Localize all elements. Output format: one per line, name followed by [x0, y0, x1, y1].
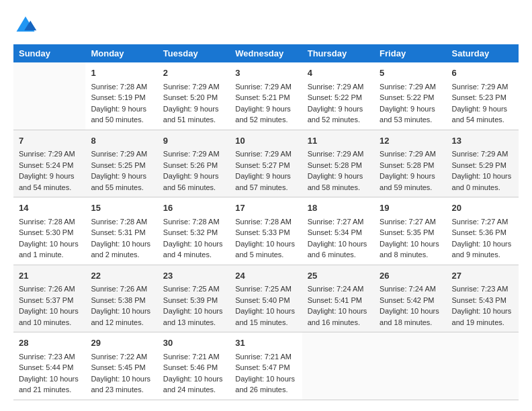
day-info-line: and 54 minutes.: [19, 182, 80, 193]
calendar-cell: 16Sunrise: 7:28 AMSunset: 5:32 PMDayligh…: [158, 197, 230, 265]
day-info-line: Sunrise: 7:29 AM: [308, 81, 369, 93]
day-number: 10: [235, 134, 296, 148]
column-header-wednesday: Wednesday: [230, 44, 302, 62]
day-number: 2: [163, 66, 224, 80]
day-info-line: and 52 minutes.: [308, 114, 369, 126]
day-info-line: Sunrise: 7:25 AM: [235, 283, 296, 295]
day-info-line: Sunset: 5:31 PM: [91, 227, 152, 238]
day-info-line: Daylight: 10 hours: [380, 238, 441, 250]
day-info-line: and 54 minutes.: [452, 114, 513, 126]
calendar-cell: 21Sunrise: 7:26 AMSunset: 5:37 PMDayligh…: [13, 265, 85, 332]
day-info-line: Sunset: 5:47 PM: [235, 362, 296, 373]
day-number: 18: [308, 201, 369, 215]
day-info-line: Sunset: 5:26 PM: [163, 160, 224, 171]
day-number: 30: [163, 336, 224, 350]
day-number: 14: [19, 201, 80, 215]
day-info-line: and 21 minutes.: [19, 384, 80, 396]
day-number: 8: [91, 134, 152, 148]
calendar-cell: 13Sunrise: 7:29 AMSunset: 5:29 PMDayligh…: [447, 130, 519, 197]
day-number: 16: [163, 201, 224, 215]
day-info-line: Sunset: 5:24 PM: [19, 160, 80, 171]
calendar-cell: 22Sunrise: 7:26 AMSunset: 5:38 PMDayligh…: [85, 265, 157, 332]
day-number: 3: [235, 66, 296, 80]
calendar-cell: 25Sunrise: 7:24 AMSunset: 5:41 PMDayligh…: [302, 265, 374, 332]
day-info-line: and 19 minutes.: [452, 317, 513, 328]
day-info-line: Daylight: 10 hours: [91, 373, 152, 385]
day-info-line: Daylight: 10 hours: [380, 306, 441, 317]
calendar-cell: 4Sunrise: 7:29 AMSunset: 5:22 PMDaylight…: [302, 62, 374, 130]
day-number: 31: [235, 336, 296, 350]
day-number: 22: [91, 269, 152, 283]
day-info-line: and 5 minutes.: [235, 249, 296, 261]
day-info-line: Sunrise: 7:23 AM: [19, 351, 80, 363]
day-info-line: Daylight: 9 hours: [19, 171, 80, 182]
day-info-line: and 59 minutes.: [380, 182, 441, 193]
day-number: 23: [163, 269, 224, 283]
logo: [13, 13, 40, 38]
calendar-header-row: SundayMondayTuesdayWednesdayThursdayFrid…: [13, 44, 519, 62]
day-info-line: Sunrise: 7:28 AM: [91, 216, 152, 228]
day-info-line: Sunset: 5:33 PM: [235, 227, 296, 238]
day-info-line: Sunset: 5:23 PM: [452, 92, 513, 103]
calendar-week-4: 21Sunrise: 7:26 AMSunset: 5:37 PMDayligh…: [13, 265, 519, 332]
day-info-line: Sunset: 5:37 PM: [19, 295, 80, 306]
day-info-line: Daylight: 10 hours: [452, 306, 513, 317]
day-info-line: and 56 minutes.: [163, 182, 224, 193]
day-info-line: Daylight: 10 hours: [91, 306, 152, 317]
calendar-cell: 2Sunrise: 7:29 AMSunset: 5:20 PMDaylight…: [158, 62, 230, 130]
day-info-line: Sunset: 5:28 PM: [380, 160, 441, 171]
day-info-line: and 58 minutes.: [308, 182, 369, 193]
calendar-cell: [13, 62, 85, 130]
column-header-sunday: Sunday: [13, 44, 85, 62]
calendar-week-3: 14Sunrise: 7:28 AMSunset: 5:30 PMDayligh…: [13, 197, 519, 265]
day-info-line: Sunrise: 7:21 AM: [235, 351, 296, 363]
day-info-line: Daylight: 10 hours: [308, 306, 369, 317]
day-number: 21: [19, 269, 80, 283]
calendar-cell: 3Sunrise: 7:29 AMSunset: 5:21 PMDaylight…: [230, 62, 302, 130]
day-number: 11: [308, 134, 369, 148]
day-info-line: and 51 minutes.: [163, 114, 224, 126]
day-info-line: Sunset: 5:25 PM: [91, 160, 152, 171]
calendar-table: SundayMondayTuesdayWednesdayThursdayFrid…: [13, 44, 519, 400]
calendar-cell: 11Sunrise: 7:29 AMSunset: 5:28 PMDayligh…: [302, 130, 374, 197]
calendar-week-1: 1Sunrise: 7:28 AMSunset: 5:19 PMDaylight…: [13, 62, 519, 130]
day-info-line: Sunset: 5:41 PM: [308, 295, 369, 306]
calendar-cell: 20Sunrise: 7:27 AMSunset: 5:36 PMDayligh…: [447, 197, 519, 265]
day-info-line: Daylight: 9 hours: [308, 171, 369, 182]
day-info-line: and 8 minutes.: [380, 249, 441, 261]
day-info-line: Daylight: 10 hours: [163, 238, 224, 250]
day-number: 17: [235, 201, 296, 215]
day-info-line: Sunrise: 7:28 AM: [19, 216, 80, 228]
calendar-cell: 30Sunrise: 7:21 AMSunset: 5:46 PMDayligh…: [158, 332, 230, 400]
day-info-line: Sunset: 5:20 PM: [163, 92, 224, 103]
day-number: 12: [380, 134, 441, 148]
day-info-line: Sunrise: 7:24 AM: [308, 283, 369, 295]
calendar-cell: [374, 332, 446, 400]
day-info-line: Sunset: 5:22 PM: [380, 92, 441, 103]
day-info-line: Sunrise: 7:29 AM: [163, 148, 224, 160]
day-info-line: and 13 minutes.: [163, 317, 224, 328]
day-info-line: Sunset: 5:28 PM: [308, 160, 369, 171]
day-info-line: Sunrise: 7:26 AM: [19, 283, 80, 295]
day-info-line: Sunrise: 7:29 AM: [163, 81, 224, 93]
day-info-line: Sunset: 5:45 PM: [91, 362, 152, 373]
day-info-line: Sunrise: 7:26 AM: [91, 283, 152, 295]
calendar-cell: 14Sunrise: 7:28 AMSunset: 5:30 PMDayligh…: [13, 197, 85, 265]
day-number: 19: [380, 201, 441, 215]
day-info-line: Daylight: 9 hours: [452, 103, 513, 115]
day-info-line: and 50 minutes.: [91, 114, 152, 126]
day-info-line: Sunset: 5:27 PM: [235, 160, 296, 171]
day-info-line: and 2 minutes.: [91, 249, 152, 261]
day-info-line: Daylight: 9 hours: [163, 103, 224, 115]
day-info-line: Sunset: 5:29 PM: [452, 160, 513, 171]
day-info-line: Sunset: 5:21 PM: [235, 92, 296, 103]
day-info-line: Sunrise: 7:25 AM: [163, 283, 224, 295]
column-header-tuesday: Tuesday: [158, 44, 230, 62]
day-number: 26: [380, 269, 441, 283]
day-info-line: and 10 minutes.: [19, 317, 80, 328]
day-info-line: Daylight: 9 hours: [235, 171, 296, 182]
day-info-line: Sunrise: 7:28 AM: [163, 216, 224, 228]
day-info-line: Daylight: 9 hours: [380, 103, 441, 115]
day-number: 27: [452, 269, 513, 283]
day-info-line: Daylight: 10 hours: [19, 306, 80, 317]
